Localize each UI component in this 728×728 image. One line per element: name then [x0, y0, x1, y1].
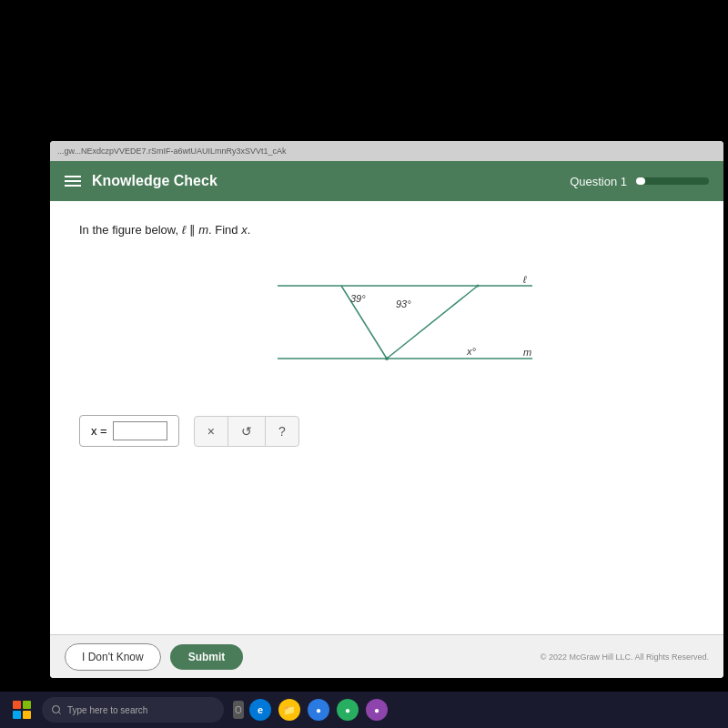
submit-button[interactable]: Submit: [170, 644, 244, 670]
main-content: In the figure below, ℓ ∥ m. Find x. 39° …: [50, 201, 723, 634]
header-left: Knowledge Check: [65, 173, 217, 189]
screen: ...gw...NExdczpVVEDE7.rSmIF-a6wtUAUILmnR…: [50, 141, 723, 678]
answer-box: x =: [79, 415, 179, 447]
svg-point-11: [53, 706, 60, 713]
answer-row: x = × ↺ ?: [79, 415, 694, 447]
question-number: Question 1: [570, 175, 627, 188]
svg-text:m: m: [523, 347, 531, 358]
geometry-figure: 39° 93° x° ℓ m: [223, 251, 551, 397]
search-text: Type here to search: [67, 705, 147, 715]
svg-text:ℓ: ℓ: [522, 274, 527, 285]
explorer-icon[interactable]: 📁: [278, 699, 300, 721]
app-header: Knowledge Check Question 1: [50, 161, 723, 201]
taskbar-search[interactable]: Type here to search: [42, 697, 224, 723]
footer-buttons: I Don't Know Submit: [65, 643, 243, 671]
svg-text:39°: 39°: [350, 293, 366, 304]
answer-label: x =: [91, 424, 107, 438]
svg-point-9: [385, 357, 389, 360]
svg-line-12: [58, 712, 60, 713]
app-title: Knowledge Check: [92, 173, 217, 189]
start-button[interactable]: [7, 695, 36, 724]
url-text: ...gw...NExdczpVVEDE7.rSmIF-a6wtUAUILmnR…: [57, 147, 287, 156]
app-icon-3[interactable]: ●: [366, 699, 388, 721]
footer: I Don't Know Submit © 2022 McGraw Hill L…: [50, 634, 723, 678]
clear-button[interactable]: ×: [195, 417, 228, 446]
hamburger-menu[interactable]: [65, 176, 81, 187]
svg-text:x°: x°: [466, 346, 477, 357]
answer-input[interactable]: [113, 421, 167, 440]
search-icon: [51, 704, 62, 715]
svg-line-3: [387, 286, 478, 359]
taskbar-cortana[interactable]: O: [233, 701, 244, 719]
taskbar-app-icons: e 📁 ● ● ●: [249, 699, 388, 721]
svg-text:93°: 93°: [396, 298, 411, 309]
figure-area: 39° 93° x° ℓ m: [79, 251, 694, 397]
help-button[interactable]: ?: [266, 417, 298, 446]
copyright-text: © 2022 McGraw Hill LLC. All Rights Reser…: [541, 652, 709, 662]
progress-bar: [636, 177, 709, 185]
progress-bar-fill: [636, 177, 645, 185]
dont-know-button[interactable]: I Don't Know: [65, 643, 161, 671]
header-right: Question 1: [570, 175, 709, 188]
undo-button[interactable]: ↺: [228, 417, 266, 446]
edge-icon[interactable]: e: [249, 699, 271, 721]
taskbar: Type here to search O e 📁 ● ● ●: [0, 692, 728, 728]
windows-icon: [13, 701, 31, 719]
browser-bar: ...gw...NExdczpVVEDE7.rSmIF-a6wtUAUILmnR…: [50, 141, 723, 161]
question-text: In the figure below, ℓ ∥ m. Find x.: [79, 223, 694, 237]
svg-point-10: [477, 285, 480, 288]
action-buttons: × ↺ ?: [194, 416, 299, 447]
app-icon-2[interactable]: ●: [337, 699, 359, 721]
app-icon-1[interactable]: ●: [308, 699, 329, 721]
